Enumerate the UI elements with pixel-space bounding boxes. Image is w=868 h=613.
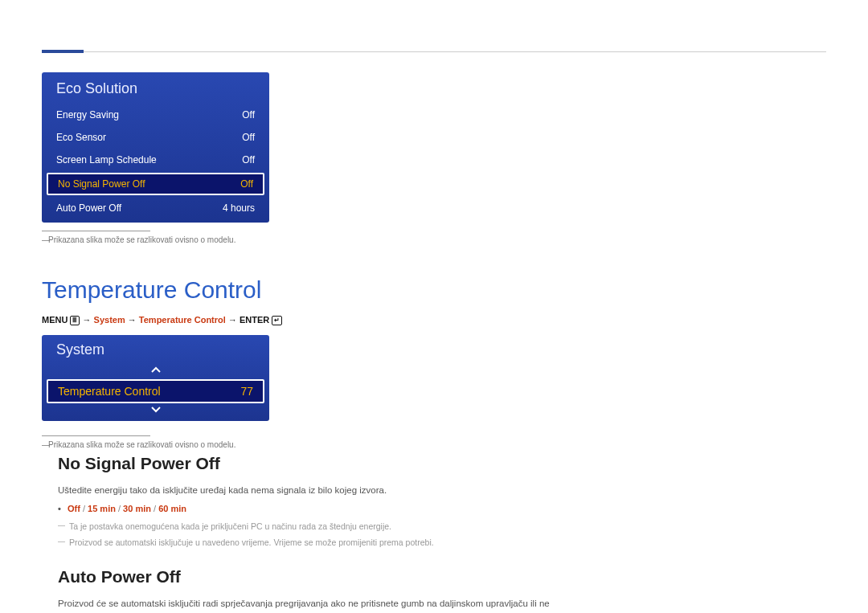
- page-top-rule: [42, 51, 826, 52]
- system-panel-title: System: [42, 338, 269, 365]
- enter-icon: ↵: [272, 316, 282, 325]
- menu-row-screen-lamp[interactable]: Screen Lamp Schedule Off: [42, 149, 269, 171]
- para-no-signal: Uštedite energiju tako da isključite ure…: [58, 483, 556, 499]
- row-label: Temperature Control: [58, 385, 161, 398]
- menu-row-no-signal-selected[interactable]: No Signal Power Off Off: [47, 173, 264, 195]
- heading-auto-power-off: Auto Power Off: [58, 567, 556, 586]
- para-auto: Proizvod će se automatski isključiti rad…: [58, 596, 556, 613]
- row-label: Screen Lamp Schedule: [56, 154, 157, 166]
- chevron-up-icon[interactable]: [42, 365, 269, 378]
- menu-breadcrumb: MENU Ⅲ → System → Temperature Control → …: [42, 315, 315, 325]
- chevron-down-icon[interactable]: [42, 405, 269, 418]
- footnote: ―Prikazana slika može se razlikovati ovi…: [42, 235, 315, 246]
- row-value: Off: [242, 132, 255, 143]
- menu-row-eco-sensor[interactable]: Eco Sensor Off: [42, 126, 269, 149]
- system-row-temperature-control[interactable]: Temperature Control 77: [47, 379, 264, 403]
- row-value: 77: [240, 385, 253, 398]
- row-label: Auto Power Off: [56, 202, 121, 214]
- divider-small-2: [42, 435, 150, 436]
- row-value: Off: [240, 178, 253, 190]
- menu-icon: Ⅲ: [70, 316, 80, 325]
- system-panel: System Temperature Control 77: [42, 335, 269, 421]
- footnote-2: ―Prikazana slika može se razlikovati ovi…: [42, 439, 315, 451]
- row-value: 4 hours: [223, 202, 255, 214]
- divider-small: [42, 231, 150, 231]
- eco-solution-panel: Eco Solution Energy Saving Off Eco Senso…: [42, 72, 269, 223]
- page-top-accent: [42, 50, 84, 53]
- row-value: Off: [242, 154, 255, 166]
- row-label: Eco Sensor: [56, 132, 106, 143]
- menu-row-energy-saving[interactable]: Energy Saving Off: [42, 104, 269, 126]
- heading-no-signal-power-off: No Signal Power Off: [58, 454, 556, 473]
- row-label: No Signal Power Off: [58, 178, 145, 190]
- row-value: Off: [242, 109, 255, 121]
- section-heading-temperature-control: Temperature Control: [42, 276, 315, 304]
- options-no-signal: Off / 15 min / 30 min / 60 min: [58, 504, 556, 513]
- eco-panel-title: Eco Solution: [42, 77, 269, 104]
- menu-row-auto-power-off[interactable]: Auto Power Off 4 hours: [42, 197, 269, 219]
- row-label: Energy Saving: [56, 109, 119, 121]
- subnote-2: Proizvod se automatski isključuje u nave…: [58, 536, 556, 550]
- subnote-1: Ta je postavka onemogućena kada je prikl…: [58, 520, 556, 533]
